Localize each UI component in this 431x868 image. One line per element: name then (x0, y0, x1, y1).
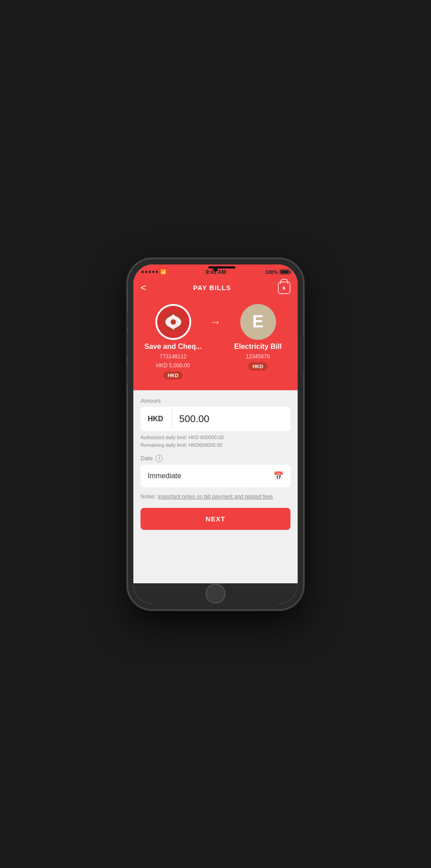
notes-prefix: Notes: (141, 493, 158, 500)
source-account-name: Save and Cheq... (144, 343, 202, 351)
amount-input[interactable] (172, 407, 290, 431)
destination-currency-badge: HKD (248, 362, 268, 370)
destination-avatar: E (240, 304, 276, 340)
signal-icon (141, 271, 158, 273)
source-account-number: 773148112 (159, 353, 186, 360)
volume-up-button (126, 333, 128, 357)
volume-mute-button (126, 313, 128, 327)
status-right: 100% (265, 269, 290, 275)
source-account-card: Save and Cheq... 773148112 HKD 5,000.00 … (141, 304, 206, 379)
lock-dot (283, 286, 285, 290)
phone-frame: 📶 9:41 AM 100% < PAY BILLS (128, 259, 303, 609)
source-avatar (155, 304, 191, 340)
info-icon[interactable]: i (155, 455, 163, 462)
lock-icon[interactable] (278, 282, 290, 294)
date-field-group: Date i Immediate 📅 (141, 455, 290, 487)
form-section: Amount HKD Authorized daily limit: HKD 6… (133, 390, 298, 583)
calendar-icon: 📅 (273, 471, 283, 481)
transfer-section: Save and Cheq... 773148112 HKD 5,000.00 … (133, 300, 298, 390)
source-currency-badge: HKD (163, 371, 183, 379)
home-indicator (133, 583, 298, 604)
battery-icon (280, 269, 290, 274)
speaker-grill (208, 266, 235, 269)
transfer-arrow-icon: → (210, 316, 221, 328)
power-button (303, 338, 305, 370)
date-input-row[interactable]: Immediate 📅 (141, 465, 290, 487)
remaining-limit: Remaining daily limit: HKD600000.00 (141, 441, 290, 449)
status-left: 📶 (141, 269, 167, 275)
page-title: PAY BILLS (193, 284, 231, 291)
destination-account-name: Electricity Bill (234, 343, 282, 351)
bank-logo-container (157, 306, 189, 338)
date-label: Date (141, 455, 153, 462)
destination-account-card: E Electricity Bill 12345678 HKD (225, 304, 290, 370)
home-button[interactable] (206, 584, 225, 604)
currency-prefix: HKD (141, 409, 172, 429)
notes-section: Notes: Important notes on bill payment a… (141, 493, 290, 501)
volume-down-button (126, 362, 128, 386)
destination-avatar-letter: E (252, 312, 264, 331)
date-label-row: Date i (141, 455, 290, 462)
phone-screen: 📶 9:41 AM 100% < PAY BILLS (133, 264, 298, 604)
back-button[interactable]: < (141, 283, 146, 293)
amount-field-group: Amount HKD Authorized daily limit: HKD 6… (141, 397, 290, 449)
limit-info: Authorized daily limit: HKD 600000.00 Re… (141, 434, 290, 449)
destination-account-number: 12345678 (246, 353, 270, 360)
wifi-icon: 📶 (160, 269, 167, 275)
amount-label: Amount (141, 397, 290, 404)
source-account-amount: HKD 5,000.00 (156, 362, 190, 369)
svg-point-1 (171, 319, 176, 325)
date-value: Immediate (148, 472, 181, 480)
next-button[interactable]: NEXT (141, 508, 290, 530)
authorized-limit: Authorized daily limit: HKD 600000.00 (141, 434, 290, 442)
header: < PAY BILLS (133, 277, 298, 300)
battery-percent: 100% (265, 269, 278, 275)
notes-link[interactable]: Important notes on bill payment and rela… (158, 493, 273, 500)
bank-logo-icon (163, 312, 183, 332)
amount-row: HKD (141, 407, 290, 431)
